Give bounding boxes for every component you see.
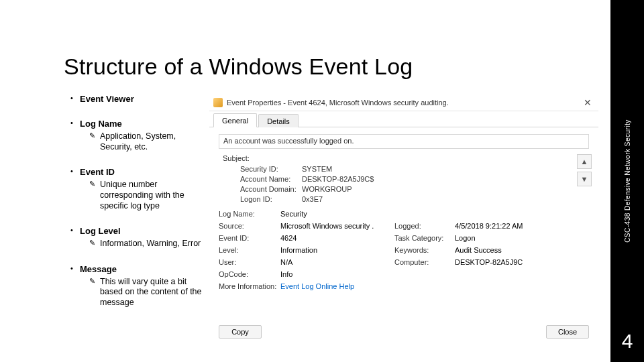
tab-details[interactable]: Details — [258, 114, 299, 127]
kv-val: WORKGROUP — [302, 185, 416, 193]
copy-button[interactable]: Copy — [219, 325, 262, 339]
bullet-item: Event ID Unique number corresponding wit… — [70, 167, 205, 211]
kv-val: Logon — [455, 234, 555, 242]
kv-val: DESKTOP-82A5J9C$ — [302, 175, 416, 183]
bullet-list: Event Viewer Log Name Application, Syste… — [70, 94, 205, 323]
online-help-link[interactable]: Event Log Online Help — [280, 282, 354, 290]
slide: Structure of a Windows Event Log Event V… — [0, 0, 610, 362]
kv-val: N/A — [280, 258, 394, 266]
kv-val: Microsoft Windows security . — [280, 222, 394, 230]
subject-grid: Security ID:SYSTEM Account Name:DESKTOP-… — [240, 165, 589, 203]
bullet-item: Log Name Application, System, Security, … — [70, 119, 205, 152]
bullet-head: Log Level — [80, 226, 121, 236]
bullet-head: Event ID — [80, 167, 115, 177]
bullet-item: Event Viewer — [70, 94, 205, 104]
event-properties-window: Event Properties - Event 4624, Microsoft… — [209, 94, 598, 345]
window-icon — [213, 98, 223, 107]
kv-val: 4/5/2018 9:21:22 AM — [455, 222, 555, 230]
window-footer: Copy Close — [209, 318, 598, 345]
arrow-up-icon[interactable]: ▲ — [577, 154, 592, 169]
kv-val: Information — [280, 246, 394, 254]
details-grid: Log Name:Security Source:Microsoft Windo… — [219, 210, 589, 290]
kv-key: User: — [219, 258, 280, 266]
nav-arrows: ▲ ▼ — [577, 154, 592, 186]
kv-key: Event ID: — [219, 234, 280, 242]
kv-key: Source: — [219, 222, 280, 230]
kv-key: Log Name: — [219, 210, 280, 218]
bullet-sub: Application, System, Security, etc. — [89, 131, 205, 152]
bullet-item: Log Level Information, Warning, Error — [70, 226, 205, 249]
kv-val: Security — [280, 210, 394, 218]
kv-key: Logged: — [394, 222, 455, 230]
page-number: 4 — [610, 330, 644, 353]
kv-key: Computer: — [394, 258, 455, 266]
window-titlebar[interactable]: Event Properties - Event 4624, Microsoft… — [209, 94, 598, 111]
kv-val: Audit Success — [455, 246, 555, 254]
kv-key: More Information: — [219, 282, 280, 290]
kv-key: Level: — [219, 246, 280, 254]
side-bar: CSC-438 Defensive Network Security 4 — [610, 0, 644, 362]
kv-val: 0x3E7 — [302, 195, 416, 203]
bullet-sub: Information, Warning, Error — [89, 239, 205, 249]
window-title: Event Properties - Event 4624, Microsoft… — [227, 99, 574, 107]
bullet-sub: Unique number corresponding with the spe… — [89, 180, 205, 211]
close-icon[interactable]: ✕ — [574, 97, 594, 108]
subject-label: Subject: — [223, 154, 589, 162]
kv-val: 4624 — [280, 234, 394, 242]
kv-val: DESKTOP-82A5J9C — [455, 258, 555, 266]
kv-key: Logon ID: — [240, 195, 302, 203]
kv-key: Account Domain: — [240, 185, 302, 193]
kv-key: Security ID: — [240, 165, 302, 173]
bullet-head: Message — [80, 264, 117, 274]
window-body: An account was successfully logged on. S… — [209, 127, 598, 297]
bullet-head: Log Name — [80, 119, 122, 129]
tabs: General Details — [209, 111, 598, 127]
subject-block: Subject: Security ID:SYSTEM Account Name… — [223, 154, 589, 203]
kv-key: Account Name: — [240, 175, 302, 183]
kv-key: OpCode: — [219, 270, 280, 278]
arrow-down-icon[interactable]: ▼ — [577, 172, 592, 186]
bullet-item: Message This will vary quite a bit based… — [70, 264, 205, 308]
close-button[interactable]: Close — [546, 325, 589, 339]
bullet-sub: This will vary quite a bit based on the … — [89, 277, 205, 308]
course-label: CSC-438 Defensive Network Security — [624, 119, 631, 243]
kv-val: SYSTEM — [302, 165, 416, 173]
bullet-head: Event Viewer — [80, 94, 134, 104]
tab-general[interactable]: General — [213, 113, 257, 127]
kv-key: Task Category: — [394, 234, 455, 242]
kv-val: Info — [280, 270, 394, 278]
kv-key: Keywords: — [394, 246, 455, 254]
message-box: An account was successfully logged on. — [219, 134, 589, 149]
slide-title: Structure of a Windows Event Log — [64, 54, 413, 80]
